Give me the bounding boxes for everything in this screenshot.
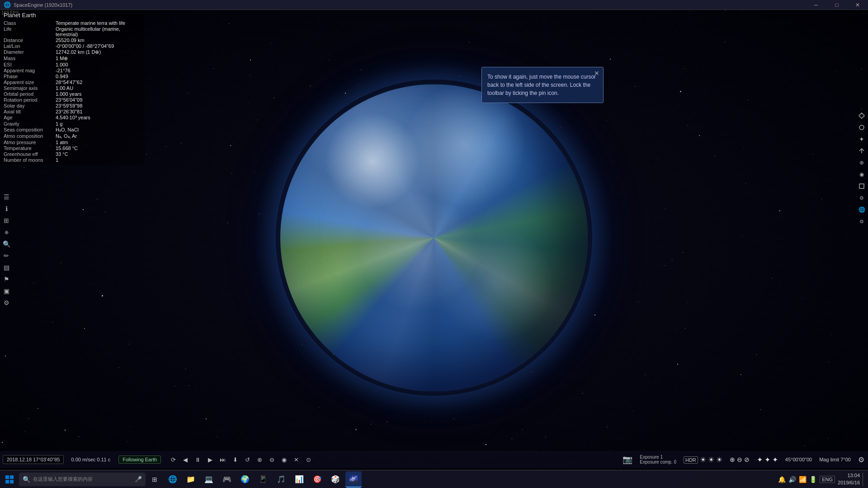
camera-icon-btn[interactable]: 📷 [623,455,632,465]
earth-sphere [280,84,588,391]
taskbar-spaceengine[interactable]: 🌌 [345,471,362,488]
taskbar-search[interactable]: 🔍 在这里输入您要搜索的内容 🎤 [19,473,146,486]
sun-icons-group: HDR ☀ ☀ ☀ [684,455,722,464]
taskbar-edge[interactable]: 🌐 [165,471,181,488]
search-button[interactable]: 🔍 [1,239,12,249]
pencil-button[interactable]: ✏ [1,250,12,261]
orbit-button[interactable]: ⊕ [255,453,265,466]
right-btn-6[interactable]: ◉ [856,169,867,180]
taskbar-microphone-icon[interactable]: 🎤 [135,476,142,483]
taskbar-notification-icon[interactable]: 🔔 [778,476,786,483]
brightness-mid-icon[interactable]: ☀ [708,455,714,464]
star-icon-1[interactable]: ✦ [757,455,763,464]
right-btn-5[interactable]: ⊕ [856,157,867,168]
settings-icon-btn[interactable]: ⚙ [858,455,864,464]
rotation-period-label: Rotation period [4,97,56,103]
apparent-size-value: 28°54'47"62 [56,80,82,85]
brightness-low-icon[interactable]: ☀ [700,455,706,464]
right-btn-1[interactable] [856,110,867,121]
taskbar-language[interactable]: ENG [820,476,835,483]
apparent-size-label: Apparent size [4,80,56,85]
target-button[interactable]: ◉ [279,453,289,466]
rewind-button[interactable]: ◀ [180,453,190,466]
temperature-row: Temperature 15.668 °C [4,145,141,151]
info-button[interactable]: ℹ [1,203,12,214]
menu-button[interactable]: ☰ [1,192,12,202]
taskbar-app7[interactable]: 🎲 [327,471,344,488]
download-button[interactable]: ⬇ [230,453,241,466]
list-button[interactable]: ▤ [1,262,12,273]
start-button[interactable] [0,470,19,488]
zoom-in-icon[interactable]: ⊕ [730,456,735,463]
zoom-out-icon[interactable]: ⊘ [744,456,750,463]
taskbar: 🔍 在这里输入您要搜索的内容 🎤 ⊞ 🌐 📁 💻 🎮 🌍 📱 🎵 📊 🎯 🎲 🌌… [0,470,868,488]
minimize-button[interactable]: ─ [806,0,826,10]
maximize-button[interactable]: □ [826,0,847,10]
atmo-pressure-value: 1 atm [56,140,68,145]
grid-button[interactable]: ⊞ [1,215,12,226]
right-btn-4[interactable] [856,145,867,156]
taskbar-network-icon[interactable]: 📶 [799,476,807,483]
rotate-button[interactable]: ↺ [242,453,253,466]
rotation-period-value: 23°56'04"09 [56,97,82,103]
settings-button[interactable]: ⚙ [1,297,12,308]
pause-button[interactable]: ⏸ [192,453,203,466]
taskbar-show-desktop[interactable] [863,473,864,486]
taskbar-app5[interactable]: 📊 [291,471,307,488]
temperature-value: 15.668 °C [56,145,78,151]
taskbar-app1[interactable]: 💻 [201,471,217,488]
semimajor-value: 1.00 AU [56,85,73,91]
right-btn-7[interactable] [856,181,867,192]
earth-globe [280,84,588,391]
star-icon-2[interactable]: ✦ [764,455,770,464]
zoom-reset-icon[interactable]: ⊖ [737,456,742,463]
taskbar-chrome[interactable]: 🌍 [237,471,253,488]
brightness-high-icon[interactable]: ☀ [716,455,722,464]
taskbar-files[interactable]: 📁 [183,471,199,488]
reset-button[interactable]: ⟳ [168,453,179,466]
orbital-period-label: Orbital period [4,91,56,97]
monitor-button[interactable]: ▣ [1,286,12,296]
atmo-comp-row: Atmo composition N₂, O₂, Ar [4,133,141,139]
zoom-out-button[interactable]: ⊖ [267,453,277,466]
play-button[interactable]: ▶ [205,453,215,466]
taskbar-search-icon: 🔍 [23,476,30,483]
right-btn-2[interactable] [856,122,867,133]
exposure-comp-label: Exposure comp. 0 [640,460,676,465]
right-btn-10[interactable]: ⚙ [856,216,867,227]
close-button[interactable]: ✕ [847,0,868,10]
speed-display-area: 0.00 m/sec0.11 c [68,453,113,466]
taskbar-app2[interactable]: 🎮 [219,471,235,488]
mag-limit-display: Mag limit 7°00 [819,457,851,462]
greenhouse-row: Greenhouse eff 33 °C [4,151,141,157]
phase-value: 0.949 [56,74,68,79]
right-btn-9[interactable]: 🌐 [856,204,867,215]
taskbar-app4[interactable]: 🎵 [273,471,289,488]
orbital-period-value: 1.000 years [56,91,81,97]
svg-rect-3 [10,475,14,479]
star-icon-3[interactable]: ✦ [772,455,778,464]
layers-button[interactable]: ⊕ [1,227,12,238]
apparent-size-row: Apparent size 28°54'47"62 [4,80,141,85]
atmo-comp-label: Atmo composition [4,133,56,139]
right-btn-3[interactable]: ✦ [856,134,867,145]
taskbar-task-view[interactable]: ⊞ [146,471,163,488]
right-btn-8[interactable]: ⚙ [856,192,867,203]
cancel-button[interactable]: ✕ [291,453,302,466]
tooltip-close-button[interactable]: ✕ [594,70,599,76]
taskbar-app3[interactable]: 📱 [255,471,271,488]
life-value: Organic multicellular (marine, terrestri… [56,26,141,37]
greenhouse-value: 33 °C [56,151,68,157]
flag-button[interactable]: ⚑ [1,274,12,285]
hdr-button[interactable]: HDR [684,455,698,464]
atmo-comp-value: N₂, O₂, Ar [56,133,77,139]
taskbar-app6[interactable]: 🎯 [309,471,326,488]
window-title: SpaceEngine (1920x1017) [14,2,72,8]
fast-forward-button[interactable]: ⏭ [217,453,228,466]
phase-row: Phase 0.949 [4,74,141,79]
taskbar-battery-icon[interactable]: 🔋 [809,476,817,483]
distance-label: Distance [4,38,56,43]
taskbar-volume-icon[interactable]: 🔊 [788,476,796,483]
center-button[interactable]: ⊙ [303,453,314,466]
zoom-controls: ⊕ ⊖ ⊘ [730,456,750,463]
